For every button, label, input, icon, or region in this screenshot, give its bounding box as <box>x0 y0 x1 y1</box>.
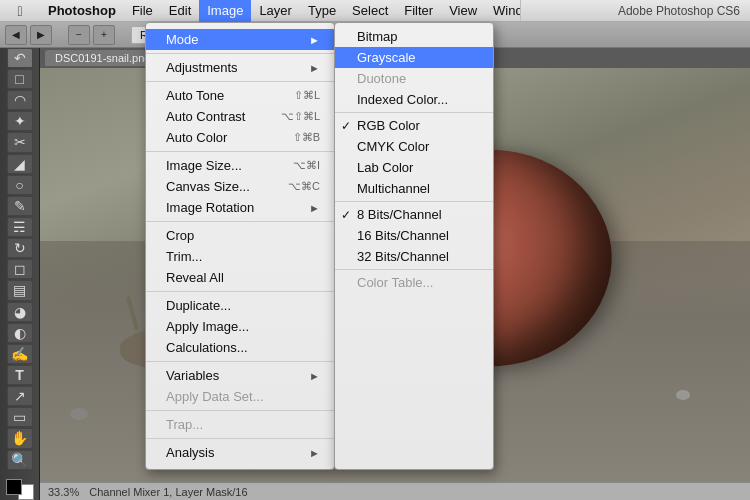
menu-item-trap: Trap... <box>146 414 334 435</box>
pen-tool[interactable]: ✍ <box>7 344 33 364</box>
submenu-multichannel[interactable]: Multichannel <box>335 178 493 199</box>
image-menu-section-2: Adjustments ► <box>146 54 334 82</box>
pebble-4 <box>676 390 690 400</box>
zoom-tool[interactable]: 🔍 <box>7 450 33 470</box>
image-menu-section-8: Trap... <box>146 411 334 439</box>
menu-item-auto-color[interactable]: Auto Color ⇧⌘B <box>146 127 334 148</box>
history-brush[interactable]: ↻ <box>7 238 33 258</box>
menu-item-duplicate[interactable]: Duplicate... <box>146 295 334 316</box>
menu-item-apply-data-set: Apply Data Set... <box>146 386 334 407</box>
app-title: Adobe Photoshop CS6 <box>520 0 750 22</box>
image-menu-section-6: Duplicate... Apply Image... Calculations… <box>146 292 334 362</box>
mode-label: Mode <box>166 32 199 47</box>
mode-arrow: ► <box>309 34 320 46</box>
submenu-indexed-color[interactable]: Indexed Color... <box>335 89 493 110</box>
lasso-tool[interactable]: ◠ <box>7 90 33 110</box>
type-tool[interactable]: T <box>7 365 33 385</box>
menu-type[interactable]: Type <box>300 0 344 22</box>
submenu-sep-3 <box>335 269 493 270</box>
eyedropper-tool[interactable]: ◢ <box>7 154 33 174</box>
menu-filter[interactable]: Filter <box>396 0 441 22</box>
submenu-lab[interactable]: Lab Color <box>335 157 493 178</box>
shape-tool[interactable]: ▭ <box>7 407 33 427</box>
submenu-duotone: Duotone <box>335 68 493 89</box>
menu-item-auto-tone[interactable]: Auto Tone ⇧⌘L <box>146 85 334 106</box>
image-menu-section-5: Crop Trim... Reveal All <box>146 222 334 292</box>
menu-item-calculations[interactable]: Calculations... <box>146 337 334 358</box>
menu-item-image-rotation[interactable]: Image Rotation ► <box>146 197 334 218</box>
toolbar-forward-btn[interactable]: ▶ <box>30 25 52 45</box>
apple-menu[interactable]:  <box>0 3 40 19</box>
eraser-tool[interactable]: ◻ <box>7 259 33 279</box>
menu-file[interactable]: File <box>124 0 161 22</box>
gradient-tool[interactable]: ▤ <box>7 280 33 300</box>
submenu-8bit[interactable]: ✓ 8 Bits/Channel <box>335 204 493 225</box>
pebble-1 <box>70 408 88 420</box>
hand-tool[interactable]: ✋ <box>7 428 33 448</box>
submenu-16bit[interactable]: 16 Bits/Channel <box>335 225 493 246</box>
menu-image[interactable]: Image <box>199 0 251 22</box>
stamp-tool[interactable]: ☴ <box>7 217 33 237</box>
menu-item-mode[interactable]: Mode ► <box>146 29 334 50</box>
menu-item-apply-image[interactable]: Apply Image... <box>146 316 334 337</box>
menu-select[interactable]: Select <box>344 0 396 22</box>
marquee-tool[interactable]: □ <box>7 69 33 89</box>
image-menu-section-9: Analysis ► <box>146 439 334 466</box>
image-menu-section-3: Auto Tone ⇧⌘L Auto Contrast ⌥⇧⌘L Auto Co… <box>146 82 334 152</box>
submenu-sep-1 <box>335 112 493 113</box>
mode-submenu: Bitmap Grayscale Duotone Indexed Color..… <box>334 22 494 470</box>
status-bar: 33.3% Channel Mixer 1, Layer Mask/16 <box>40 482 750 500</box>
submenu-sep-2 <box>335 201 493 202</box>
menu-layer[interactable]: Layer <box>251 0 300 22</box>
menu-photoshop[interactable]: Photoshop <box>40 0 124 22</box>
menu-item-analysis[interactable]: Analysis ► <box>146 442 334 463</box>
image-menu-dropdown: Mode ► Adjustments ► Auto Tone ⇧⌘L Auto … <box>145 22 335 470</box>
toolbar-back-btn[interactable]: ◀ <box>5 25 27 45</box>
crop-tool[interactable]: ✂ <box>7 132 33 152</box>
menu-view[interactable]: View <box>441 0 485 22</box>
color-swatches[interactable] <box>6 479 34 500</box>
submenu-cmyk[interactable]: CMYK Color <box>335 136 493 157</box>
submenu-grayscale[interactable]: Grayscale <box>335 47 493 68</box>
toolbar-zoom-in[interactable]: + <box>93 25 115 45</box>
menu-item-canvas-size[interactable]: Canvas Size... ⌥⌘C <box>146 176 334 197</box>
toolbar-zoom-out[interactable]: − <box>68 25 90 45</box>
zoom-level: 33.3% <box>48 486 79 498</box>
brush-tool[interactable]: ✎ <box>7 196 33 216</box>
check-icon: ✓ <box>341 119 351 133</box>
healing-tool[interactable]: ○ <box>7 175 33 195</box>
menu-item-crop[interactable]: Crop <box>146 225 334 246</box>
submenu-32bit[interactable]: 32 Bits/Channel <box>335 246 493 267</box>
dodge-tool[interactable]: ◐ <box>7 323 33 343</box>
blur-tool[interactable]: ◕ <box>7 302 33 322</box>
submenu-color-table: Color Table... <box>335 272 493 293</box>
menu-item-image-size[interactable]: Image Size... ⌥⌘I <box>146 155 334 176</box>
document-info: Channel Mixer 1, Layer Mask/16 <box>89 486 247 498</box>
menu-item-variables[interactable]: Variables ► <box>146 365 334 386</box>
image-menu-section-7: Variables ► Apply Data Set... <box>146 362 334 411</box>
submenu-bitmap[interactable]: Bitmap <box>335 26 493 47</box>
quick-select-tool[interactable]: ✦ <box>7 111 33 131</box>
image-menu-section-4: Image Size... ⌥⌘I Canvas Size... ⌥⌘C Ima… <box>146 152 334 222</box>
path-selection-tool[interactable]: ↗ <box>7 386 33 406</box>
check-8bit-icon: ✓ <box>341 208 351 222</box>
move-tool[interactable]: ↶ <box>7 48 33 68</box>
menu-edit[interactable]: Edit <box>161 0 199 22</box>
image-menu-section-1: Mode ► <box>146 26 334 54</box>
menu-bar:  Photoshop File Edit Image Layer Type S… <box>0 0 750 22</box>
menu-item-adjustments[interactable]: Adjustments ► <box>146 57 334 78</box>
submenu-rgb[interactable]: ✓ RGB Color <box>335 115 493 136</box>
menu-item-trim[interactable]: Trim... <box>146 246 334 267</box>
tools-panel: ▶◀ ↶ □ ◠ ✦ ✂ ◢ ○ ✎ ☴ ↻ ◻ ▤ ◕ ◐ ✍ T ↗ ▭ ✋… <box>0 22 40 500</box>
menu-item-auto-contrast[interactable]: Auto Contrast ⌥⇧⌘L <box>146 106 334 127</box>
dropdown-container: Mode ► Adjustments ► Auto Tone ⇧⌘L Auto … <box>145 22 494 470</box>
menu-item-reveal-all[interactable]: Reveal All <box>146 267 334 288</box>
